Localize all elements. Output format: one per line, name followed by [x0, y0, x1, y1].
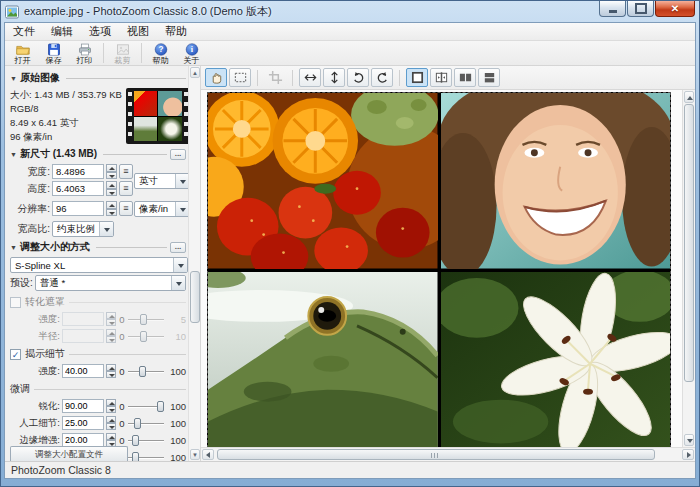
new-size-options-button[interactable]: ...	[170, 149, 186, 160]
mask-strength-spinner[interactable]	[106, 312, 116, 326]
width-input[interactable]	[52, 164, 104, 179]
view-single-button[interactable]	[406, 68, 428, 87]
flip-horizontal-button[interactable]	[299, 68, 321, 87]
mask-radius-slider[interactable]	[128, 331, 164, 342]
mask-strength-slider[interactable]	[128, 314, 164, 325]
help-button[interactable]: ? 帮助	[145, 41, 176, 65]
open-button[interactable]: 打开	[7, 41, 38, 65]
app-icon	[5, 5, 19, 19]
rotate-ccw-button[interactable]	[347, 68, 369, 87]
width-recalc-button[interactable]: ≡	[119, 164, 133, 179]
maximize-button[interactable]	[627, 1, 654, 17]
resolution-recalc-button[interactable]: ≡	[119, 201, 133, 216]
artificial-detail-min: 0	[118, 418, 126, 429]
menu-options[interactable]: 选项	[81, 23, 119, 40]
artificial-detail-slider-thumb[interactable]	[134, 418, 141, 429]
mask-checkbox[interactable]	[10, 297, 21, 308]
menu-help[interactable]: 帮助	[157, 23, 195, 40]
scroll-up-arrow[interactable]: ▲	[190, 67, 200, 78]
sidebar-scrollbar[interactable]: ▲ ▼	[188, 66, 200, 461]
horizontal-scrollbar-thumb[interactable]	[217, 449, 655, 460]
hand-tool-button[interactable]	[205, 68, 227, 87]
detail-boost-slider[interactable]	[128, 452, 164, 462]
flip-vertical-button[interactable]	[323, 68, 345, 87]
scroll-down-arrow[interactable]	[684, 434, 694, 446]
mask-radius-input[interactable]	[62, 329, 104, 343]
resize-method-options-button[interactable]: ...	[170, 242, 186, 253]
sharpen-input[interactable]	[62, 399, 104, 413]
artificial-detail-spinner[interactable]	[106, 416, 116, 430]
title-bar[interactable]: example.jpg - PhotoZoom Classic 8.0 (Dem…	[1, 1, 699, 22]
mask-radius-spinner[interactable]	[106, 329, 116, 343]
image-canvas[interactable]	[201, 90, 695, 447]
about-button[interactable]: i 关于	[176, 41, 207, 65]
menu-edit[interactable]: 编辑	[43, 23, 81, 40]
edge-boost-slider-thumb[interactable]	[132, 435, 139, 446]
aspect-dropdown[interactable]: 约束比例	[52, 221, 114, 237]
minimize-button[interactable]	[599, 1, 626, 17]
composite-photo[interactable]	[207, 92, 671, 447]
print-label: 打印	[77, 56, 93, 65]
detail-strength-slider[interactable]	[128, 366, 164, 377]
canvas-vertical-scrollbar[interactable]	[682, 90, 695, 447]
canvas-horizontal-scrollbar[interactable]	[201, 447, 695, 461]
save-button[interactable]: 保存	[38, 41, 69, 65]
height-input[interactable]	[52, 181, 104, 196]
preset-dropdown[interactable]: 普通 *	[35, 275, 186, 291]
mask-radius-slider-thumb[interactable]	[140, 331, 147, 342]
sharpen-slider[interactable]	[128, 401, 164, 412]
sharpen-spinner[interactable]	[106, 399, 116, 413]
preset-value: 普通 *	[36, 277, 171, 290]
artificial-detail-input[interactable]	[62, 416, 104, 430]
detail-boost-slider-thumb[interactable]	[132, 452, 139, 462]
new-size-panel-header[interactable]: ▼ 新尺寸 (1.43 MB) ...	[10, 147, 186, 161]
crop-tool-button[interactable]	[264, 68, 286, 87]
resolution-spinner[interactable]	[106, 201, 117, 216]
rotate-cw-button[interactable]	[371, 68, 393, 87]
close-button[interactable]	[655, 1, 695, 17]
height-recalc-button[interactable]: ≡	[119, 181, 133, 196]
scroll-right-arrow[interactable]	[682, 449, 694, 460]
view-dual-button[interactable]	[454, 68, 476, 87]
height-spinner[interactable]	[106, 181, 117, 196]
view-dual-icon	[458, 70, 473, 85]
original-image-panel-header[interactable]: ▼ 原始图像	[10, 71, 186, 85]
reveal-detail-checkbox[interactable]: ✓	[10, 349, 21, 360]
scroll-up-arrow[interactable]	[684, 91, 694, 103]
vertical-scrollbar-thumb[interactable]	[684, 104, 694, 382]
view-stacked-button[interactable]	[478, 68, 500, 87]
scroll-down-arrow[interactable]: ▼	[190, 449, 200, 460]
view-stacked-icon	[482, 70, 497, 85]
resize-profiles-button[interactable]: 调整大小配置文件	[10, 446, 128, 461]
width-spinner[interactable]	[106, 164, 117, 179]
edge-boost-spinner[interactable]	[106, 433, 116, 447]
sharpen-slider-thumb[interactable]	[157, 401, 164, 412]
menu-file[interactable]: 文件	[5, 23, 43, 40]
detail-strength-row: 强度: 0 100	[10, 364, 186, 378]
resolution-unit-dropdown[interactable]: 像素/in	[134, 201, 190, 217]
menu-view[interactable]: 视图	[119, 23, 157, 40]
detail-strength-label: 强度:	[10, 365, 60, 378]
scroll-left-arrow[interactable]	[202, 449, 214, 460]
detail-strength-spinner[interactable]	[106, 364, 116, 378]
mask-strength-input[interactable]	[62, 312, 104, 326]
resize-method-panel-header[interactable]: ▼ 调整大小的方式 ...	[10, 240, 186, 254]
sidebar-scrollbar-thumb[interactable]	[190, 271, 200, 323]
view-split-button[interactable]	[430, 68, 452, 87]
new-size-header-label: 新尺寸 (1.43 MB)	[20, 147, 97, 161]
detail-strength-slider-thumb[interactable]	[139, 366, 146, 377]
detail-strength-input[interactable]	[62, 364, 104, 378]
edge-boost-slider[interactable]	[128, 435, 164, 446]
mask-strength-slider-thumb[interactable]	[140, 314, 147, 325]
edge-boost-input[interactable]	[62, 433, 104, 447]
marquee-tool-button[interactable]	[229, 68, 251, 87]
resolution-input[interactable]	[52, 201, 104, 216]
print-button[interactable]: 打印	[69, 41, 100, 65]
crop-button[interactable]: 裁剪	[107, 41, 138, 65]
chevron-down-icon	[175, 202, 189, 216]
mask-radius-min: 0	[118, 331, 126, 342]
algorithm-dropdown[interactable]: S-Spline XL	[10, 257, 188, 273]
quadrant-frog	[208, 272, 438, 448]
mask-radius-label: 半径:	[10, 330, 60, 343]
artificial-detail-slider[interactable]	[128, 418, 164, 429]
